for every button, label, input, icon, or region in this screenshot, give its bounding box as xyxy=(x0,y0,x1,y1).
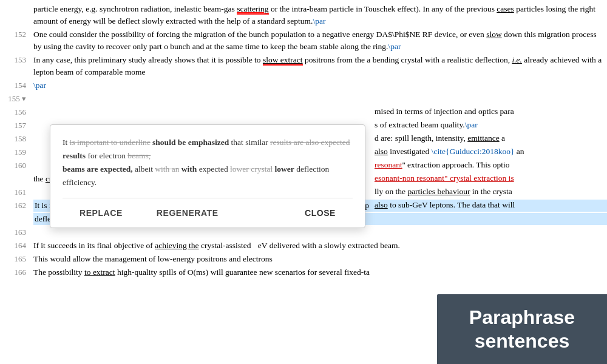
popup-text: It is important to underline should be e… xyxy=(63,136,353,189)
line-num-153: 153 xyxy=(0,54,33,66)
line-165: 165 This would allow the management of l… xyxy=(0,252,607,266)
line-content-166: The possibility to extract high-quality … xyxy=(33,266,607,278)
line-154: 154 \par xyxy=(0,79,607,92)
line-num-165: 165 xyxy=(0,253,33,265)
line-num-162: 162 xyxy=(0,200,33,212)
paraphrase-panel[interactable]: Paraphrase sentences xyxy=(437,294,607,364)
close-button[interactable]: CLOSE xyxy=(288,203,353,223)
line-content: particle energy, e.g. synchrotron radiat… xyxy=(33,3,607,27)
line-num-164: 164 xyxy=(0,240,33,252)
line-num-156: 156 xyxy=(0,106,33,118)
line-num-157: 157 xyxy=(0,120,33,132)
suggestion-popup: It is important to underline should be e… xyxy=(50,124,365,228)
line-num-166: 166 xyxy=(0,266,33,278)
line-num-163: 163 xyxy=(0,226,33,238)
achieving-link[interactable]: achieving the xyxy=(155,241,198,250)
line-num-152: 152 xyxy=(0,29,33,41)
ie-link[interactable]: i.e. xyxy=(512,55,522,64)
line-153: 153 In any case, this preliminary study … xyxy=(0,53,607,79)
line-content-164: If it succeeds in its final objective of… xyxy=(33,240,607,252)
line-num-159: 159 xyxy=(0,146,33,158)
replace-button[interactable]: REPLACE xyxy=(63,203,140,223)
popup-buttons: REPLACE REGENERATE CLOSE xyxy=(63,198,353,228)
line-content-153: In any case, this preliminary study alre… xyxy=(33,54,607,78)
slow-link[interactable]: slow xyxy=(486,30,502,39)
cases-link[interactable]: cases xyxy=(497,4,514,13)
scattering-link[interactable]: scattering xyxy=(237,4,268,15)
slow-extract-link[interactable]: slow extract xyxy=(263,55,303,66)
line-166: 166 The possibility to extract high-qual… xyxy=(0,266,607,279)
to-extract-link[interactable]: to extract xyxy=(84,268,115,277)
line-num-154: 154 xyxy=(0,79,33,92)
line-content-152: One could consider the possibility of fo… xyxy=(33,29,607,53)
line-num-155: 155 ▾ xyxy=(0,93,33,105)
paraphrase-label: Paraphrase sentences xyxy=(469,306,575,352)
line-num-161: 161 xyxy=(0,186,33,198)
line-content-165: This would allow the management of low-e… xyxy=(33,253,607,265)
editor-area: particle energy, e.g. synchrotron radiat… xyxy=(0,0,607,364)
line-top-1: particle energy, e.g. synchrotron radiat… xyxy=(0,2,607,28)
line-156: 156 mised in terms of injection and opti… xyxy=(0,106,607,119)
line-152: 152 One could consider the possibility o… xyxy=(0,28,607,53)
line-content-154: \par xyxy=(33,79,607,92)
line-num-160: 160 xyxy=(0,160,33,172)
regenerate-button[interactable]: REGENERATE xyxy=(140,203,236,223)
line-164: 164 If it succeeds in its final objectiv… xyxy=(0,239,607,252)
line-155: 155 ▾ xyxy=(0,92,607,106)
line-num-158: 158 xyxy=(0,133,33,145)
